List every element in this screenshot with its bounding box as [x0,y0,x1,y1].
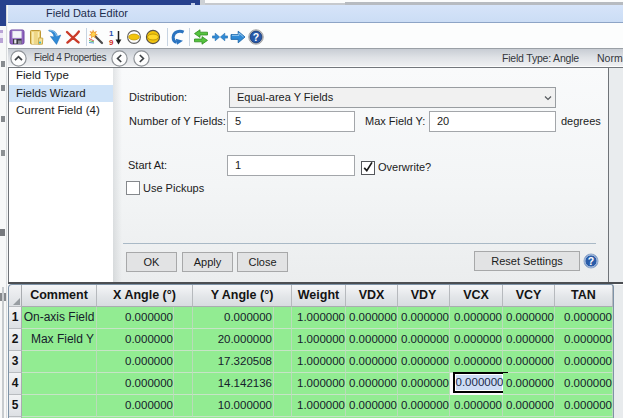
svg-text:?: ? [588,255,594,267]
svg-text:9: 9 [109,38,114,46]
svg-text:?: ? [253,31,259,43]
